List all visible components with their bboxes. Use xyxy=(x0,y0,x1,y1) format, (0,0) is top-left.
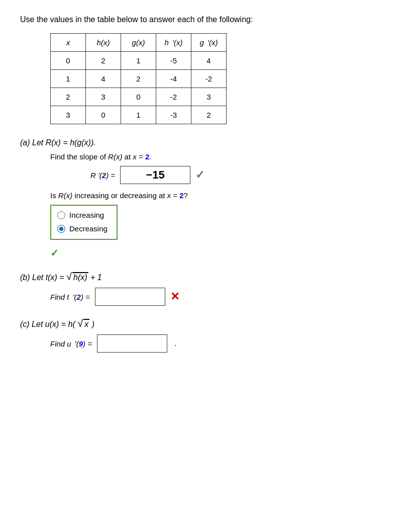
part-a-radio-increasing[interactable]: Increasing xyxy=(57,211,108,219)
table-row: 021-54 xyxy=(51,52,227,70)
table-row: 230-23 xyxy=(51,88,227,106)
part-a-radio-decreasing[interactable]: Decreasing xyxy=(57,224,108,233)
col-header-x: x xyxy=(51,34,86,52)
col-header-gx: g(x) xyxy=(121,34,156,52)
part-c-section: (c) Let u(x) = h( √ x ) Find u '(9) = . xyxy=(20,318,400,353)
part-a-radio-check-icon: ✓ xyxy=(50,247,400,259)
part-b-answer-input[interactable] xyxy=(95,288,165,306)
part-c-answer-row: Find u '(9) = . xyxy=(50,334,400,353)
part-b-section: (b) Let t(x) = √ h(x) + 1 Find t '(2) = … xyxy=(20,271,400,306)
part-a-content: Find the slope of R(x) at x = 2. R '(2) … xyxy=(50,152,400,259)
part-c-sqrt: √ x xyxy=(77,318,89,329)
part-a-section: (a) Let R(x) = h(g(x)). Find the slope o… xyxy=(20,138,400,259)
part-a-radio-box: Increasing Decreasing xyxy=(50,205,118,240)
part-a-answer-row: R '(2) = ✓ xyxy=(90,166,400,184)
part-b-answer-row: Find t '(2) = ✕ xyxy=(50,288,400,306)
part-c-label: (c) Let u(x) = h( √ x ) xyxy=(20,318,400,329)
col-header-hpx: h '(x) xyxy=(156,34,191,52)
table-row: 301-32 xyxy=(51,106,227,124)
part-a-radio-box-container: Increasing Decreasing ✓ xyxy=(50,205,400,259)
part-a-find-text: Find the slope of R(x) at x = 2. xyxy=(50,152,400,161)
part-b-sqrt: √ h(x) xyxy=(66,271,88,283)
part-a-radio-question: Is R(x) increasing or decreasing at x = … xyxy=(50,191,400,200)
part-b-label: (b) Let t(x) = √ h(x) + 1 xyxy=(20,271,400,283)
part-b-content: Find t '(2) = ✕ xyxy=(50,288,400,306)
part-a-answer-input[interactable] xyxy=(120,166,190,184)
part-b-error-icon: ✕ xyxy=(170,290,179,303)
col-header-gpx: g '(x) xyxy=(191,34,227,52)
radio-circle-increasing xyxy=(57,211,65,219)
part-a-answer-label: R '(2) = xyxy=(90,171,115,180)
table-row: 142-4-2 xyxy=(51,70,227,88)
part-c-content: Find u '(9) = . xyxy=(50,334,400,353)
intro-text: Use the values in the table below to ans… xyxy=(20,15,400,24)
radio-label-decreasing: Decreasing xyxy=(69,224,108,233)
part-c-answer-input[interactable] xyxy=(97,334,167,353)
col-header-hx: h(x) xyxy=(86,34,121,52)
part-c-answer-label: Find u '(9) = xyxy=(50,339,92,348)
part-b-answer-label: Find t '(2) = xyxy=(50,293,90,301)
radio-label-increasing: Increasing xyxy=(69,211,104,219)
part-a-check-icon: ✓ xyxy=(195,168,204,182)
part-c-period: . xyxy=(174,339,176,348)
data-table: x h(x) g(x) h '(x) g '(x) 021-54 142-4-2… xyxy=(50,33,227,124)
radio-circle-decreasing xyxy=(57,225,65,233)
part-a-label: (a) Let R(x) = h(g(x)). xyxy=(20,138,400,147)
